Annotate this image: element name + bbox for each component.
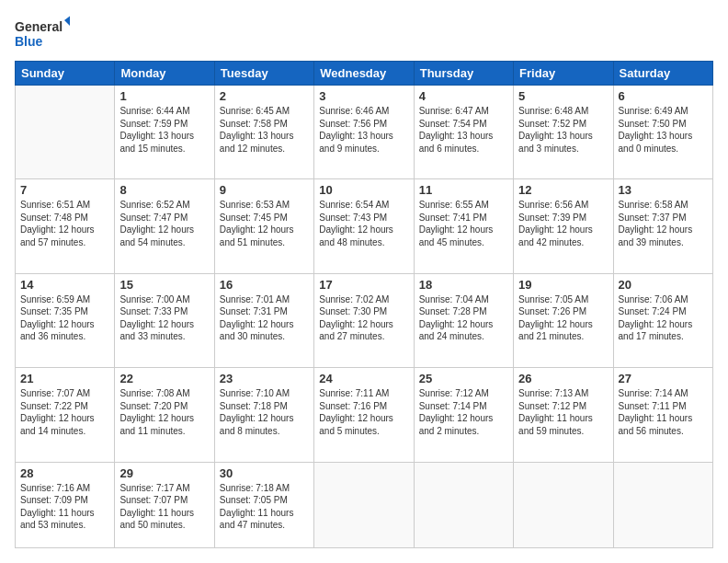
day-info: Sunrise: 7:17 AM Sunset: 7:07 PM Dayligh… [119, 482, 209, 532]
day-info: Sunrise: 6:56 AM Sunset: 7:39 PM Dayligh… [518, 199, 608, 248]
calendar-cell: 16Sunrise: 7:01 AM Sunset: 7:31 PM Dayli… [214, 273, 313, 367]
day-info: Sunrise: 7:14 AM Sunset: 7:11 PM Dayligh… [619, 387, 708, 437]
day-number: 18 [419, 278, 508, 292]
logo: General Blue [15, 15, 70, 52]
day-number: 11 [419, 183, 508, 197]
day-info: Sunrise: 7:06 AM Sunset: 7:24 PM Dayligh… [619, 293, 708, 343]
weekday-header-wednesday: Wednesday [314, 62, 414, 86]
weekday-header-thursday: Thursday [414, 62, 513, 86]
day-info: Sunrise: 7:01 AM Sunset: 7:31 PM Dayligh… [220, 293, 309, 343]
day-number: 16 [220, 278, 309, 292]
calendar-cell: 17Sunrise: 7:02 AM Sunset: 7:30 PM Dayli… [314, 273, 414, 367]
weekday-header-row: SundayMondayTuesdayWednesdayThursdayFrid… [16, 62, 713, 86]
weekday-header-tuesday: Tuesday [214, 62, 313, 86]
calendar-cell: 25Sunrise: 7:12 AM Sunset: 7:14 PM Dayli… [414, 368, 513, 462]
day-info: Sunrise: 6:59 AM Sunset: 7:35 PM Dayligh… [20, 293, 109, 343]
day-number: 23 [220, 372, 309, 385]
day-number: 27 [619, 372, 708, 385]
day-info: Sunrise: 6:48 AM Sunset: 7:52 PM Dayligh… [518, 105, 608, 155]
calendar-cell: 19Sunrise: 7:05 AM Sunset: 7:26 PM Dayli… [514, 273, 613, 367]
header: General Blue [15, 15, 713, 52]
weekday-header-saturday: Saturday [613, 62, 712, 86]
calendar-cell: 29Sunrise: 7:17 AM Sunset: 7:07 PM Dayli… [115, 462, 214, 547]
day-info: Sunrise: 6:47 AM Sunset: 7:54 PM Dayligh… [419, 105, 508, 155]
calendar-cell: 23Sunrise: 7:10 AM Sunset: 7:18 PM Dayli… [214, 368, 313, 462]
calendar-cell: 10Sunrise: 6:54 AM Sunset: 7:43 PM Dayli… [314, 179, 414, 273]
day-number: 4 [419, 89, 508, 103]
day-info: Sunrise: 6:54 AM Sunset: 7:43 PM Dayligh… [319, 199, 408, 248]
calendar-cell: 30Sunrise: 7:18 AM Sunset: 7:05 PM Dayli… [214, 462, 313, 547]
day-number: 28 [20, 466, 109, 480]
weekday-header-sunday: Sunday [16, 62, 115, 86]
calendar-cell: 18Sunrise: 7:04 AM Sunset: 7:28 PM Dayli… [414, 273, 513, 367]
day-number: 8 [119, 183, 209, 197]
day-number: 21 [20, 372, 109, 385]
calendar-cell [16, 86, 115, 179]
day-info: Sunrise: 6:55 AM Sunset: 7:41 PM Dayligh… [419, 199, 508, 248]
page: General Blue SundayMondayTuesdayWednesda… [0, 0, 728, 563]
day-number: 26 [518, 372, 608, 385]
calendar-week-4: 21Sunrise: 7:07 AM Sunset: 7:22 PM Dayli… [16, 368, 713, 462]
day-number: 14 [20, 278, 109, 292]
day-number: 12 [518, 183, 608, 197]
calendar-week-3: 14Sunrise: 6:59 AM Sunset: 7:35 PM Dayli… [16, 273, 713, 367]
calendar-cell: 24Sunrise: 7:11 AM Sunset: 7:16 PM Dayli… [314, 368, 414, 462]
calendar-cell: 21Sunrise: 7:07 AM Sunset: 7:22 PM Dayli… [16, 368, 115, 462]
calendar-cell [414, 462, 513, 547]
day-number: 3 [319, 89, 408, 103]
day-number: 15 [119, 278, 209, 292]
calendar-cell [314, 462, 414, 547]
day-info: Sunrise: 7:07 AM Sunset: 7:22 PM Dayligh… [20, 387, 109, 437]
calendar-cell [514, 462, 613, 547]
day-info: Sunrise: 6:49 AM Sunset: 7:50 PM Dayligh… [619, 105, 708, 155]
day-info: Sunrise: 7:18 AM Sunset: 7:05 PM Dayligh… [220, 482, 309, 532]
day-number: 10 [319, 183, 408, 197]
day-number: 30 [220, 466, 309, 480]
logo-svg: General Blue [15, 15, 70, 52]
calendar-table: SundayMondayTuesdayWednesdayThursdayFrid… [15, 61, 713, 548]
day-number: 2 [220, 89, 309, 103]
day-info: Sunrise: 7:08 AM Sunset: 7:20 PM Dayligh… [119, 387, 209, 437]
day-number: 29 [119, 466, 209, 480]
day-number: 9 [220, 183, 309, 197]
day-info: Sunrise: 7:05 AM Sunset: 7:26 PM Dayligh… [518, 293, 608, 343]
day-info: Sunrise: 7:00 AM Sunset: 7:33 PM Dayligh… [119, 293, 209, 343]
day-info: Sunrise: 6:52 AM Sunset: 7:47 PM Dayligh… [119, 199, 209, 248]
day-number: 25 [419, 372, 508, 385]
day-info: Sunrise: 6:51 AM Sunset: 7:48 PM Dayligh… [20, 199, 109, 248]
weekday-header-monday: Monday [115, 62, 214, 86]
calendar-week-1: 1Sunrise: 6:44 AM Sunset: 7:59 PM Daylig… [16, 86, 713, 179]
calendar-week-5: 28Sunrise: 7:16 AM Sunset: 7:09 PM Dayli… [16, 462, 713, 547]
calendar-cell: 2Sunrise: 6:45 AM Sunset: 7:58 PM Daylig… [214, 86, 313, 179]
day-info: Sunrise: 6:53 AM Sunset: 7:45 PM Dayligh… [220, 199, 309, 248]
calendar-cell: 3Sunrise: 6:46 AM Sunset: 7:56 PM Daylig… [314, 86, 414, 179]
calendar-cell: 8Sunrise: 6:52 AM Sunset: 7:47 PM Daylig… [115, 179, 214, 273]
day-info: Sunrise: 7:04 AM Sunset: 7:28 PM Dayligh… [419, 293, 508, 343]
day-info: Sunrise: 7:02 AM Sunset: 7:30 PM Dayligh… [319, 293, 408, 343]
weekday-header-friday: Friday [514, 62, 613, 86]
calendar-cell: 4Sunrise: 6:47 AM Sunset: 7:54 PM Daylig… [414, 86, 513, 179]
calendar-cell: 14Sunrise: 6:59 AM Sunset: 7:35 PM Dayli… [16, 273, 115, 367]
day-info: Sunrise: 7:13 AM Sunset: 7:12 PM Dayligh… [518, 387, 608, 437]
calendar-cell: 15Sunrise: 7:00 AM Sunset: 7:33 PM Dayli… [115, 273, 214, 367]
calendar-cell: 6Sunrise: 6:49 AM Sunset: 7:50 PM Daylig… [613, 86, 712, 179]
day-info: Sunrise: 7:11 AM Sunset: 7:16 PM Dayligh… [319, 387, 408, 437]
calendar-cell: 27Sunrise: 7:14 AM Sunset: 7:11 PM Dayli… [613, 368, 712, 462]
day-info: Sunrise: 6:44 AM Sunset: 7:59 PM Dayligh… [119, 105, 209, 155]
day-number: 7 [20, 183, 109, 197]
day-number: 6 [619, 89, 708, 103]
day-info: Sunrise: 7:10 AM Sunset: 7:18 PM Dayligh… [220, 387, 309, 437]
svg-marker-2 [64, 15, 70, 28]
calendar-cell: 12Sunrise: 6:56 AM Sunset: 7:39 PM Dayli… [514, 179, 613, 273]
calendar-cell: 11Sunrise: 6:55 AM Sunset: 7:41 PM Dayli… [414, 179, 513, 273]
calendar-cell: 28Sunrise: 7:16 AM Sunset: 7:09 PM Dayli… [16, 462, 115, 547]
calendar-week-2: 7Sunrise: 6:51 AM Sunset: 7:48 PM Daylig… [16, 179, 713, 273]
day-number: 20 [619, 278, 708, 292]
day-number: 17 [319, 278, 408, 292]
day-number: 22 [119, 372, 209, 385]
calendar-cell: 5Sunrise: 6:48 AM Sunset: 7:52 PM Daylig… [514, 86, 613, 179]
day-number: 24 [319, 372, 408, 385]
day-info: Sunrise: 7:16 AM Sunset: 7:09 PM Dayligh… [20, 482, 109, 532]
day-info: Sunrise: 6:45 AM Sunset: 7:58 PM Dayligh… [220, 105, 309, 155]
day-number: 1 [119, 89, 209, 103]
